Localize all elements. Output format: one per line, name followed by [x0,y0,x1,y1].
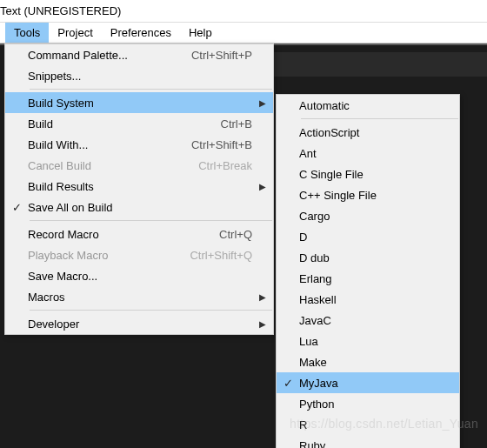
menu-label: Record Macro [28,228,209,241]
submenu-arrow-icon: ▶ [252,98,266,108]
menu-label: Save All on Build [28,201,242,214]
submenu-item-r[interactable]: R [277,414,459,435]
menu-build-system[interactable]: Build System ▶ [5,92,273,113]
menu-label: Save Macro... [28,270,242,283]
submenu-item-ruby[interactable]: Ruby [277,435,459,448]
menu-label: D dub [299,251,447,264]
submenu-arrow-icon: ▶ [252,182,266,191]
tools-menu: Command Palette... Ctrl+Shift+P Snippets… [4,43,274,335]
submenu-item-erlang[interactable]: Erlang [277,268,459,289]
menu-label: Playback Macro [28,249,179,262]
submenu-item-haskell[interactable]: Haskell [277,289,459,310]
menu-label: Cargo [299,210,447,223]
check-icon: ✓ [277,377,299,390]
menu-label: C++ Single File [299,189,447,202]
build-system-submenu: Automatic ActionScriptAntC Single FileC+… [276,94,460,448]
menubar: Tools Project Preferences Help [0,23,487,43]
menu-label: Make [299,356,447,369]
menu-label: Ant [299,147,447,160]
submenu-item-make[interactable]: Make [277,351,459,372]
menu-build[interactable]: Build Ctrl+B [5,113,273,134]
menu-separator [30,310,272,311]
menubar-item-preferences[interactable]: Preferences [102,23,180,43]
menu-label: Lua [299,335,447,348]
menu-label: Snippets... [28,70,242,83]
menu-label: MyJava [299,377,447,390]
menu-label: Automatic [299,99,447,112]
menu-label: C Single File [299,168,447,181]
submenu-arrow-icon: ▶ [252,319,266,329]
window-title-text: Text (UNREGISTERED) [0,4,121,17]
menu-label: Build System [28,97,242,110]
menu-label: Ruby [299,439,447,449]
menu-label: Haskell [299,293,447,306]
menu-record-macro[interactable]: Record Macro Ctrl+Q [5,224,273,244]
menu-macros[interactable]: Macros ▶ [5,286,273,307]
submenu-item-python[interactable]: Python [277,393,459,414]
submenu-arrow-icon: ▶ [252,292,266,302]
menu-cancel-build: Cancel Build Ctrl+Break [5,155,273,176]
submenu-item-myjava[interactable]: ✓MyJava [277,372,459,393]
submenu-item-ant[interactable]: Ant [277,143,459,164]
check-icon: ✓ [5,201,28,214]
menu-build-with[interactable]: Build With... Ctrl+Shift+B [5,134,273,155]
menu-label: Erlang [299,272,447,285]
menu-label: R [299,418,447,431]
menu-separator [30,89,272,90]
menu-label: Build With... [28,138,181,151]
menu-label: Build [28,117,210,130]
menu-shortcut: Ctrl+B [210,117,252,130]
menu-label: Command Palette... [28,49,181,62]
menu-snippets[interactable]: Snippets... [5,65,273,86]
menu-shortcut: Ctrl+Shift+P [181,49,252,62]
menubar-item-tools[interactable]: Tools [5,23,49,43]
menu-shortcut: Ctrl+Shift+Q [179,249,252,262]
menu-label: Build Results [28,180,242,193]
submenu-item-javac[interactable]: JavaC [277,310,459,331]
menu-label: Macros [28,291,242,304]
menu-label: D [299,231,447,244]
window-title: Text (UNREGISTERED) [0,0,487,23]
submenu-item-actionscript[interactable]: ActionScript [277,122,459,143]
menu-label: Developer [28,318,242,331]
menu-developer[interactable]: Developer ▶ [5,313,273,334]
menu-shortcut: Ctrl+Break [188,159,252,172]
menu-label: JavaC [299,314,447,327]
menubar-item-project[interactable]: Project [49,23,101,43]
menu-label: Python [299,398,447,411]
submenu-item-c-single-file[interactable]: C++ Single File [277,184,459,205]
submenu-item-cargo[interactable]: Cargo [277,205,459,226]
menu-shortcut: Ctrl+Q [209,228,252,241]
menu-playback-macro: Playback Macro Ctrl+Shift+Q [5,244,273,265]
menubar-item-help[interactable]: Help [180,23,221,43]
menu-save-all-on-build[interactable]: ✓ Save All on Build [5,197,273,217]
menu-shortcut: Ctrl+Shift+B [181,138,252,151]
menu-command-palette[interactable]: Command Palette... Ctrl+Shift+P [5,44,273,65]
submenu-automatic[interactable]: Automatic [277,95,459,116]
menu-label: ActionScript [299,126,447,139]
submenu-item-d-dub[interactable]: D dub [277,247,459,268]
menu-save-macro[interactable]: Save Macro... [5,265,273,286]
menu-build-results[interactable]: Build Results ▶ [5,176,273,197]
menu-label: Cancel Build [28,159,188,172]
submenu-item-d[interactable]: D [277,226,459,247]
menu-separator [30,220,272,221]
menu-separator [301,118,458,119]
submenu-item-lua[interactable]: Lua [277,331,459,351]
submenu-item-c-single-file[interactable]: C Single File [277,164,459,184]
